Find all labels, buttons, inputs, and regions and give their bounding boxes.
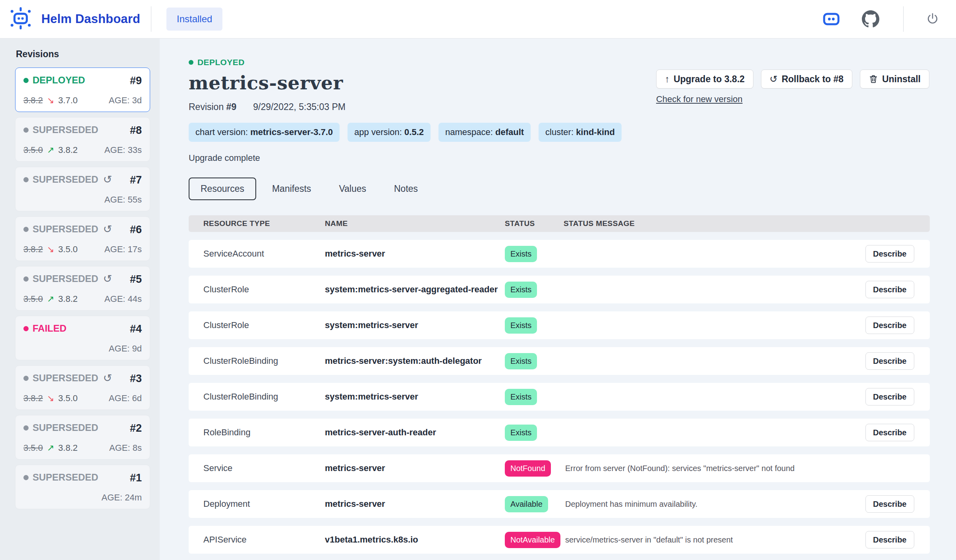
header-divider — [151, 6, 151, 32]
revision-number: #5 — [130, 273, 142, 286]
describe-button[interactable]: Describe — [865, 388, 914, 406]
badge-label: cluster: — [545, 127, 576, 137]
revision-card[interactable]: SUPERSEDED#23.5.0 ↗ 3.8.2AGE: 8s — [15, 415, 150, 460]
table-header: RESOURCE TYPE NAME STATUS STATUS MESSAGE — [189, 215, 930, 232]
new-version: 3.5.0 — [58, 244, 78, 254]
nav-tab-installed[interactable]: Installed — [166, 8, 222, 31]
status-dot-icon — [23, 78, 29, 83]
check-new-version-link[interactable]: Check for new version — [656, 94, 743, 104]
revision-status-label: SUPERSEDED — [33, 373, 98, 384]
revision-card[interactable]: FAILED#4AGE: 9d — [15, 316, 150, 360]
status-dot-icon — [23, 475, 29, 480]
table-row: ClusterRolesystem:metrics-serverExistsDe… — [189, 311, 930, 339]
revision-age: AGE: 55s — [104, 195, 142, 205]
row-actions: Describe — [865, 495, 930, 513]
tab-notes[interactable]: Notes — [382, 178, 430, 200]
revision-status: FAILED — [23, 323, 66, 334]
status-badge: Exists — [505, 425, 537, 441]
status-badge: Exists — [505, 317, 537, 334]
revision-status-label: SUPERSEDED — [33, 224, 98, 235]
status-dot-icon — [189, 60, 193, 65]
revision-card[interactable]: SUPERSEDED↺#53.5.0 ↗ 3.8.2AGE: 44s — [15, 266, 150, 311]
row-actions: Describe — [865, 424, 930, 441]
logo: Helm Dashboard — [0, 7, 151, 31]
resources-table: RESOURCE TYPE NAME STATUS STATUS MESSAGE… — [189, 215, 930, 554]
status-cell: Exists — [505, 282, 564, 298]
revision-age: AGE: 9d — [109, 344, 142, 354]
status-message-cell: service/metrics-server in "default" is n… — [564, 535, 865, 545]
trash-icon — [869, 73, 878, 85]
describe-button[interactable]: Describe — [865, 317, 914, 334]
table-row: Deploymentmetrics-serverAvailableDeploym… — [189, 490, 930, 518]
status-badge: Exists — [505, 246, 537, 262]
describe-button[interactable]: Describe — [865, 352, 914, 370]
uninstall-button[interactable]: Uninstall — [860, 70, 929, 89]
describe-button[interactable]: Describe — [865, 245, 914, 263]
revision-status: SUPERSEDED↺ — [23, 373, 112, 384]
revision-status: SUPERSEDED — [23, 422, 98, 433]
col-status: STATUS — [505, 219, 564, 228]
status-dot-icon — [23, 326, 29, 331]
upgrade-button[interactable]: ↑ Upgrade to 3.8.2 — [656, 70, 753, 89]
bot-face-icon[interactable] — [823, 13, 840, 25]
describe-button[interactable]: Describe — [865, 281, 914, 298]
release-actions: ↑ Upgrade to 3.8.2 ↺ Rollback to #8 Unin… — [656, 70, 929, 104]
arrow-up-icon: ↑ — [665, 73, 670, 85]
revision-status: SUPERSEDED — [23, 124, 98, 135]
revision-card[interactable]: SUPERSEDED↺#33.8.2 ↘ 3.5.0AGE: 6d — [15, 365, 150, 410]
describe-button[interactable]: Describe — [865, 424, 914, 441]
arrow-down-right-icon: ↘ — [43, 393, 58, 403]
revisions-sidebar: Revisions DEPLOYED#93.8.2 ↘ 3.7.0AGE: 3d… — [0, 39, 160, 560]
resource-type-cell: APIService — [203, 535, 325, 545]
col-resource-type: RESOURCE TYPE — [203, 219, 325, 228]
status-cell: Exists — [505, 317, 564, 334]
revision-card[interactable]: SUPERSEDED#83.5.0 ↗ 3.8.2AGE: 33s — [15, 117, 150, 162]
tab-resources[interactable]: Resources — [189, 178, 256, 200]
reconfigure-icon: ↺ — [103, 225, 112, 233]
row-actions: Describe — [865, 245, 930, 263]
revision-versions: 3.5.0 ↗ 3.8.2 — [23, 294, 78, 304]
revision-card[interactable]: DEPLOYED#93.8.2 ↘ 3.7.0AGE: 3d — [15, 68, 150, 112]
revision-card[interactable]: SUPERSEDED↺#63.8.2 ↘ 3.5.0AGE: 17s — [15, 216, 150, 261]
release-badge: cluster: kind-kind — [539, 123, 622, 142]
row-actions: Describe — [865, 352, 930, 370]
describe-button[interactable]: Describe — [865, 495, 914, 513]
row-actions: Describe — [865, 531, 930, 548]
status-badge: Available — [505, 496, 548, 512]
describe-button[interactable]: Describe — [865, 531, 914, 548]
release-badge: namespace: default — [438, 123, 531, 142]
status-dot-icon — [23, 276, 29, 282]
revision-status: SUPERSEDED — [23, 472, 98, 483]
tab-values[interactable]: Values — [327, 178, 378, 200]
table-row: ClusterRoleBindingsystem:metrics-serverE… — [189, 383, 930, 411]
reconfigure-icon: ↺ — [103, 176, 112, 183]
tab-manifests[interactable]: Manifests — [260, 178, 323, 200]
github-icon[interactable] — [862, 10, 879, 28]
power-icon[interactable] — [926, 12, 939, 26]
revision-number: #1 — [130, 472, 142, 484]
status-cell: NotFound — [505, 460, 564, 477]
arrow-up-right-icon: ↗ — [43, 294, 58, 304]
resource-type-cell: Deployment — [203, 499, 325, 509]
old-version: 3.5.0 — [23, 443, 43, 453]
revision-status-label: SUPERSEDED — [33, 273, 98, 284]
revision-card[interactable]: SUPERSEDED↺#7AGE: 55s — [15, 167, 150, 211]
resource-name-cell: metrics-server:system:auth-delegator — [325, 356, 505, 366]
resource-type-cell: ClusterRole — [203, 320, 325, 330]
revision-versions: 3.5.0 ↗ 3.8.2 — [23, 145, 78, 155]
resource-name-cell: metrics-server-auth-reader — [325, 427, 505, 438]
new-version: 3.8.2 — [58, 443, 78, 453]
revision-card[interactable]: SUPERSEDED#1AGE: 24m — [15, 465, 150, 509]
release-date: 9/29/2022, 5:35:03 PM — [253, 102, 346, 112]
revision-number: #9 — [130, 75, 142, 87]
status-cell: Available — [505, 496, 564, 512]
revision-age: AGE: 44s — [104, 294, 142, 304]
release-badge: app version: 0.5.2 — [348, 123, 431, 142]
revision-age: AGE: 6d — [109, 393, 142, 404]
revision-age: AGE: 17s — [104, 244, 142, 255]
revision-status: SUPERSEDED↺ — [23, 174, 112, 185]
revision-age: AGE: 24m — [102, 492, 142, 503]
rollback-button[interactable]: ↺ Rollback to #8 — [761, 70, 852, 89]
reconfigure-icon: ↺ — [103, 374, 112, 382]
status-dot-icon — [23, 227, 29, 232]
